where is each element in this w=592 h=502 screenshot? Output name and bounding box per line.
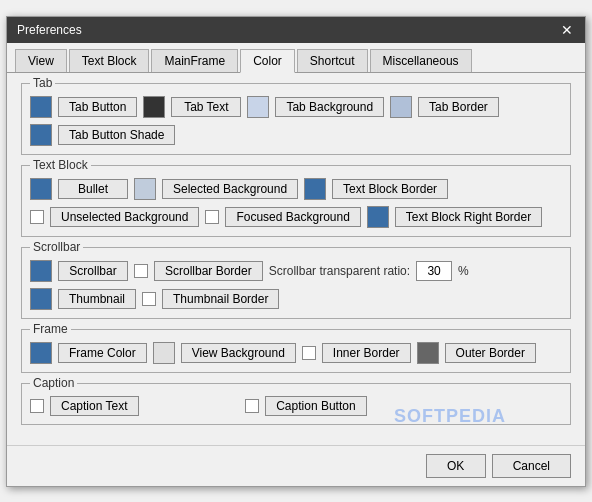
frame-color-btn[interactable]: Frame Color [58, 343, 147, 363]
tab-button-shade-swatch[interactable] [30, 124, 52, 146]
focused-bg-btn[interactable]: Focused Background [225, 207, 360, 227]
textblock-right-border-swatch[interactable] [367, 206, 389, 228]
tabs-bar: View Text Block MainFrame Color Shortcut… [7, 43, 585, 73]
scrollbar-btn[interactable]: Scrollbar [58, 261, 128, 281]
thumbnail-border-checkbox[interactable] [142, 292, 156, 306]
scrollbar-ratio-input[interactable] [416, 261, 452, 281]
unselected-bg-btn[interactable]: Unselected Background [50, 207, 199, 227]
section-caption-body: Caption Text Caption Button [30, 396, 562, 416]
tab-color[interactable]: Color [240, 49, 295, 73]
section-tab-body: Tab Button Tab Text Tab Background Tab B… [30, 96, 562, 146]
unselected-bg-checkbox[interactable] [30, 210, 44, 224]
textblock-row2: Unselected Background Focused Background… [30, 206, 562, 228]
bullet-btn[interactable]: Bullet [58, 179, 128, 199]
caption-button-checkbox[interactable] [245, 399, 259, 413]
inner-border-checkbox[interactable] [302, 346, 316, 360]
section-frame-label: Frame [30, 322, 71, 336]
frame-color-swatch[interactable] [30, 342, 52, 364]
section-scrollbar-body: Scrollbar Scrollbar Border Scrollbar tra… [30, 260, 562, 310]
tab-miscellaneous[interactable]: Miscellaneous [370, 49, 472, 72]
ok-button[interactable]: OK [426, 454, 486, 478]
frame-row1: Frame Color View Background Inner Border… [30, 342, 562, 364]
tab-textblock[interactable]: Text Block [69, 49, 150, 72]
thumbnail-btn[interactable]: Thumbnail [58, 289, 136, 309]
section-textblock-label: Text Block [30, 158, 91, 172]
textblock-right-border-btn[interactable]: Text Block Right Border [395, 207, 542, 227]
caption-row1: Caption Text Caption Button [30, 396, 562, 416]
title-bar: Preferences ✕ [7, 17, 585, 43]
tab-background-swatch[interactable] [247, 96, 269, 118]
tab-mainframe[interactable]: MainFrame [151, 49, 238, 72]
scrollbar-swatch[interactable] [30, 260, 52, 282]
tab-view[interactable]: View [15, 49, 67, 72]
textblock-row1: Bullet Selected Background Text Block Bo… [30, 178, 562, 200]
section-frame-body: Frame Color View Background Inner Border… [30, 342, 562, 364]
bottom-bar: OK Cancel [7, 445, 585, 486]
textblock-border-btn[interactable]: Text Block Border [332, 179, 448, 199]
tab-button-shade-btn[interactable]: Tab Button Shade [58, 125, 175, 145]
tab-shortcut[interactable]: Shortcut [297, 49, 368, 72]
dialog-title: Preferences [17, 23, 82, 37]
scrollbar-row2: Thumbnail Thumbnail Border [30, 288, 562, 310]
outer-border-btn[interactable]: Outer Border [445, 343, 536, 363]
tab-button-btn[interactable]: Tab Button [58, 97, 137, 117]
view-bg-btn[interactable]: View Background [181, 343, 296, 363]
view-bg-swatch[interactable] [153, 342, 175, 364]
scrollbar-ratio-label: Scrollbar transparent ratio: [269, 264, 410, 278]
dialog-content: Tab Tab Button Tab Text Tab Background T… [7, 73, 585, 445]
section-frame: Frame Frame Color View Background Inner … [21, 329, 571, 373]
textblock-border-swatch[interactable] [304, 178, 326, 200]
preferences-dialog: Preferences ✕ View Text Block MainFrame … [6, 16, 586, 487]
section-caption-label: Caption [30, 376, 77, 390]
section-textblock-body: Bullet Selected Background Text Block Bo… [30, 178, 562, 228]
section-tab: Tab Tab Button Tab Text Tab Background T… [21, 83, 571, 155]
caption-button-btn[interactable]: Caption Button [265, 396, 366, 416]
tab-row2: Tab Button Shade [30, 124, 562, 146]
tab-border-swatch[interactable] [390, 96, 412, 118]
selected-bg-btn[interactable]: Selected Background [162, 179, 298, 199]
caption-text-btn[interactable]: Caption Text [50, 396, 139, 416]
selected-bg-swatch[interactable] [134, 178, 156, 200]
caption-text-checkbox[interactable] [30, 399, 44, 413]
scrollbar-border-btn[interactable]: Scrollbar Border [154, 261, 263, 281]
section-scrollbar-label: Scrollbar [30, 240, 83, 254]
thumbnail-border-btn[interactable]: Thumbnail Border [162, 289, 279, 309]
section-tab-label: Tab [30, 76, 55, 90]
inner-border-btn[interactable]: Inner Border [322, 343, 411, 363]
close-button[interactable]: ✕ [559, 23, 575, 37]
section-scrollbar: Scrollbar Scrollbar Scrollbar Border Scr… [21, 247, 571, 319]
tab-border-btn[interactable]: Tab Border [418, 97, 499, 117]
scrollbar-row1: Scrollbar Scrollbar Border Scrollbar tra… [30, 260, 562, 282]
scrollbar-border-checkbox[interactable] [134, 264, 148, 278]
cancel-button[interactable]: Cancel [492, 454, 571, 478]
section-caption: Caption Caption Text Caption Button [21, 383, 571, 425]
tab-button-swatch[interactable] [30, 96, 52, 118]
outer-border-swatch[interactable] [417, 342, 439, 364]
bullet-swatch[interactable] [30, 178, 52, 200]
tab-background-btn[interactable]: Tab Background [275, 97, 384, 117]
thumbnail-swatch[interactable] [30, 288, 52, 310]
tab-row1: Tab Button Tab Text Tab Background Tab B… [30, 96, 562, 118]
tab-text-btn[interactable]: Tab Text [171, 97, 241, 117]
section-textblock: Text Block Bullet Selected Background Te… [21, 165, 571, 237]
scrollbar-ratio-unit: % [458, 264, 469, 278]
focused-bg-checkbox[interactable] [205, 210, 219, 224]
tab-text-swatch[interactable] [143, 96, 165, 118]
